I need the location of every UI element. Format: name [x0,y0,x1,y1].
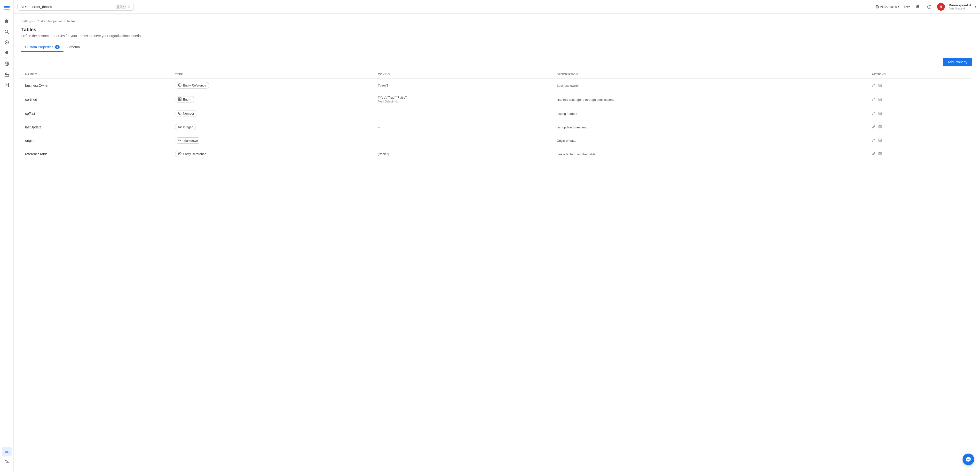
svg-text:MD: MD [178,139,181,142]
search-box[interactable]: All ▾ ⌘ K ✕ [18,3,134,11]
search-all-selector[interactable]: All ▾ [21,5,29,8]
column-header-name[interactable]: NAME ⇅ [21,70,171,79]
user-name: Rounakpreet.d [949,3,971,7]
cell-actions [868,79,972,92]
breadcrumb-sep-2: / [64,19,65,23]
property-name: certified [25,98,37,102]
domain-selector[interactable]: All Domains ▾ [875,5,900,9]
type-label: Markdown [183,139,198,142]
type-badge: Number [175,110,197,117]
cell-name: certified [21,92,171,107]
svg-rect-12 [5,75,9,76]
config-main: -- [378,125,549,129]
edit-icon[interactable] [872,125,876,130]
type-icon: MD [178,138,182,142]
breadcrumb-custom-properties[interactable]: Custom Properties [37,19,63,23]
cell-description: Has this asset gone through certificatio… [553,92,868,107]
sidebar-item-insights[interactable] [2,48,12,58]
actions-container [872,83,968,88]
edit-icon[interactable] [872,83,876,88]
cell-name: origin [21,134,171,147]
type-icon [178,152,181,156]
add-property-button[interactable]: Add Property [943,58,972,66]
property-description: Business owner [557,84,579,88]
table-row: lastUpdateInteger--last update timestamp [21,121,972,134]
property-description: Has this asset gone through certificatio… [557,98,614,102]
delete-icon[interactable] [878,111,882,116]
notifications-icon[interactable] [914,3,921,11]
svg-point-31 [929,8,930,8]
actions-container [872,97,968,102]
type-badge: Enum [175,96,194,103]
edit-icon[interactable] [872,111,876,116]
svg-point-45 [179,113,180,114]
column-header-actions: ACTIONS [868,70,972,79]
cell-type: Entity Reference [171,79,374,92]
svg-point-22 [6,451,7,452]
chat-fab[interactable] [963,453,974,465]
page-title: Tables [21,27,972,32]
config-main: -- [378,139,549,142]
tab-schema[interactable]: Schema [64,43,84,52]
type-icon [178,83,181,88]
cell-config: ["table"] [374,147,553,161]
type-icon [178,97,181,102]
sidebar-item-search[interactable] [2,27,12,37]
lang-chevron-icon: ▾ [908,5,910,8]
tabs-bar: Custom Properties 6 Schema [21,43,972,52]
top-bar: All ▾ ⌘ K ✕ All Domains ▾ EN [14,0,980,14]
delete-icon[interactable] [878,152,882,156]
top-bar-right: All Domains ▾ EN ▾ R Rounakpreet.d [875,3,976,11]
sidebar-item-logout[interactable] [2,457,12,467]
lang-selector[interactable]: EN ▾ [904,5,910,8]
edit-icon[interactable] [872,138,876,143]
breadcrumb-sep-1: / [34,19,35,23]
app-wrapper: All ▾ ⌘ K ✕ All Domains ▾ EN [0,0,980,471]
sidebar-item-globe[interactable] [2,59,12,68]
main-area: All ▾ ⌘ K ✕ All Domains ▾ EN [14,0,980,471]
sidebar-item-home[interactable] [2,16,12,26]
cell-actions [868,121,972,134]
delete-icon[interactable] [878,138,882,143]
column-header-config: CONFIG [374,70,553,79]
tab-custom-properties-label: Custom Properties [25,45,53,49]
cell-type: Entity Reference [171,147,374,161]
table-row: referenceTableEntity Reference["table"]L… [21,147,972,161]
svg-point-33 [179,84,180,86]
breadcrumb-settings[interactable]: Settings [21,19,33,23]
svg-point-55 [179,153,180,154]
user-menu-chevron-icon[interactable]: ▾ [975,5,976,8]
help-icon[interactable] [926,3,933,11]
svg-rect-46 [879,112,881,115]
avatar-initial: R [940,5,942,8]
tab-custom-properties[interactable]: Custom Properties 6 [21,43,64,52]
edit-icon[interactable] [872,97,876,102]
type-badge: MDMarkdown [175,137,201,144]
search-shortcut: ⌘ K [116,5,126,9]
cell-description: last update timestamp [553,121,868,134]
svg-line-4 [8,32,9,34]
search-clear-icon[interactable]: ✕ [127,4,130,9]
property-name: origin [25,138,33,142]
properties-table: NAME ⇅ TYPE CONFIG DESCRIPTION ACTIONS b… [21,70,972,161]
property-description: last update timestamp [557,126,587,129]
sidebar-item-explore[interactable] [2,38,12,47]
svg-rect-53 [879,139,881,142]
column-header-description: DESCRIPTION [553,70,868,79]
delete-icon[interactable] [878,125,882,130]
cell-actions [868,147,972,161]
edit-icon[interactable] [872,152,876,156]
delete-icon[interactable] [878,97,882,102]
cell-config: ["Yes","True","False"]Multi Select: No [374,92,553,107]
sidebar-bottom [2,447,12,469]
sidebar-item-governance[interactable] [2,70,12,79]
search-input[interactable] [32,5,113,9]
cell-name: cpTest [21,107,171,121]
sidebar-item-dictionary[interactable] [2,80,12,90]
user-info[interactable]: Rounakpreet.d Data Steward [949,3,971,10]
user-avatar[interactable]: R [937,3,945,11]
sidebar-item-settings[interactable] [2,447,12,457]
delete-icon[interactable] [878,83,882,88]
cell-actions [868,92,972,107]
app-logo[interactable] [2,2,12,13]
